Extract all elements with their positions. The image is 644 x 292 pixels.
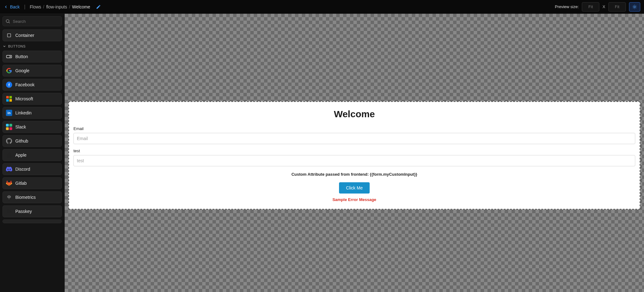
chevron-down-icon — [2, 44, 6, 48]
sidebar-item-label: Apple — [15, 153, 27, 158]
section-label: BUTTONS — [8, 44, 26, 48]
sidebar-item-passkey[interactable]: Passkey — [2, 205, 62, 217]
custom-attribute-text: Custom Attribute passed from frontend: {… — [73, 172, 635, 177]
discord-icon — [6, 166, 12, 172]
button-icon — [6, 53, 12, 60]
sidebar-item-label: Button — [15, 54, 28, 59]
back-button[interactable]: Back — [4, 4, 20, 9]
click-me-button[interactable]: Click Me — [339, 182, 370, 194]
test-input[interactable] — [73, 155, 635, 166]
sidebar-item-label: Google — [15, 68, 29, 73]
breadcrumb-item[interactable]: flow-inputs — [46, 4, 67, 9]
breadcrumb-current: Welcome — [72, 4, 90, 9]
sidebar-item-biometrics[interactable]: Biometrics — [2, 191, 62, 203]
preview-size-label: Preview size: — [555, 4, 579, 9]
search-input[interactable] — [2, 16, 62, 26]
passkey-icon — [6, 208, 12, 214]
google-icon — [6, 68, 12, 74]
sidebar-item-discord[interactable]: Discord — [2, 163, 62, 175]
sidebar-item-facebook[interactable]: f Facebook — [2, 79, 62, 91]
back-label: Back — [10, 4, 20, 9]
sidebar-item-microsoft[interactable]: Microsoft — [2, 93, 62, 105]
sidebar-item-google[interactable]: Google — [2, 65, 62, 77]
sidebar-item-partial[interactable] — [2, 219, 62, 223]
error-message: Sample Error Message — [73, 197, 635, 202]
search-icon — [5, 19, 10, 24]
canvas[interactable]: Welcome Email test Custom Attribute pass… — [65, 14, 644, 292]
sidebar-item-slack[interactable]: Slack — [2, 121, 62, 133]
apple-icon — [6, 152, 12, 158]
sidebar-item-github[interactable]: Github — [2, 135, 62, 147]
sidebar-item-label: Discord — [15, 167, 30, 172]
divider: | — [24, 4, 25, 10]
breadcrumb: Flows / flow-inputs / Welcome — [30, 4, 90, 9]
sidebar-item-label: Gitlab — [15, 181, 27, 186]
linkedin-icon: in — [6, 110, 12, 116]
svg-point-5 — [10, 210, 11, 212]
buttons-section-header[interactable]: BUTTONS — [2, 44, 62, 48]
sidebar-item-linkedin[interactable]: in Linkedin — [2, 107, 62, 119]
svg-rect-2 — [7, 34, 11, 37]
container-icon — [6, 32, 12, 38]
field-test: test — [73, 149, 635, 166]
sidebar-item-label: Facebook — [15, 82, 34, 87]
sidebar: Container BUTTONS Button Google f Facebo… — [0, 14, 65, 292]
sidebar-item-label: Github — [15, 138, 28, 143]
svg-point-4 — [7, 209, 9, 211]
github-icon — [6, 138, 12, 144]
breadcrumb-item[interactable]: Flows — [30, 4, 41, 9]
svg-point-0 — [634, 6, 635, 8]
sidebar-item-label: Microsoft — [15, 96, 33, 101]
preview-width-input[interactable] — [582, 2, 599, 12]
facebook-icon: f — [6, 82, 12, 88]
arrow-left-icon — [4, 5, 8, 9]
slack-icon — [6, 124, 12, 130]
biometrics-icon — [6, 194, 12, 200]
field-email: Email — [73, 126, 635, 144]
breadcrumb-separator: / — [43, 4, 44, 9]
theme-toggle-button[interactable] — [629, 2, 640, 12]
preview-height-input[interactable] — [608, 2, 626, 12]
preview-x-label: X — [602, 4, 605, 9]
page-title: Welcome — [73, 109, 635, 119]
sidebar-item-apple[interactable]: Apple — [2, 149, 62, 161]
sidebar-item-label: Biometrics — [15, 195, 36, 200]
sidebar-item-container[interactable]: Container — [2, 29, 62, 41]
email-input[interactable] — [73, 133, 635, 144]
sidebar-item-label: Passkey — [15, 209, 32, 214]
page-card[interactable]: Welcome Email test Custom Attribute pass… — [68, 101, 640, 209]
topbar: Back | Flows / flow-inputs / Welcome Pre… — [0, 0, 644, 14]
edit-icon[interactable] — [96, 4, 101, 9]
sidebar-item-label: Slack — [15, 124, 26, 129]
sidebar-item-label: Container — [15, 33, 34, 38]
svg-point-1 — [6, 20, 9, 23]
field-label: Email — [73, 126, 635, 131]
microsoft-icon — [6, 96, 12, 102]
breadcrumb-separator: / — [69, 4, 70, 9]
sidebar-item-button[interactable]: Button — [2, 51, 62, 63]
field-label: test — [73, 149, 635, 153]
gitlab-icon — [6, 180, 12, 186]
sidebar-item-label: Linkedin — [15, 110, 32, 115]
sun-icon — [632, 4, 637, 9]
sidebar-item-gitlab[interactable]: Gitlab — [2, 177, 62, 189]
